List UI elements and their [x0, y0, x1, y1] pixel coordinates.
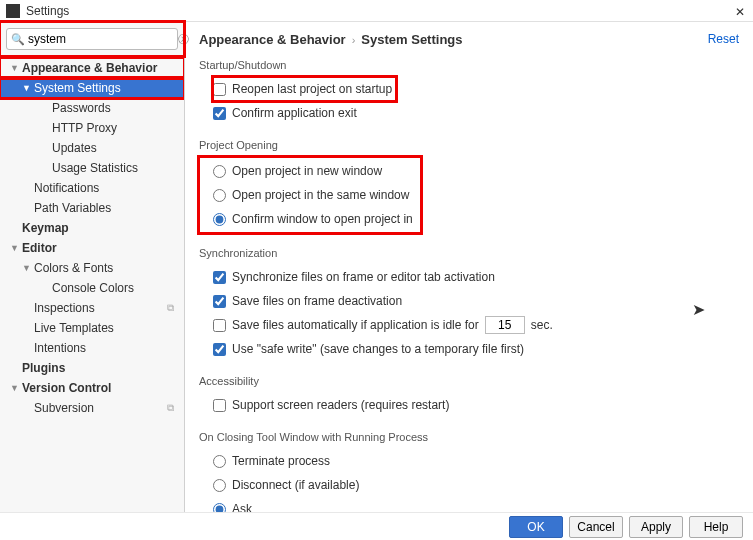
- terminate-process-label: Terminate process: [232, 454, 330, 468]
- ask-radio[interactable]: [213, 503, 226, 513]
- window-title: Settings: [26, 4, 735, 18]
- safe-write-label: Use "safe write" (save changes to a temp…: [232, 342, 524, 356]
- close-icon[interactable]: ✕: [735, 5, 747, 17]
- tree-appearance-behavior[interactable]: ▼ Appearance & Behavior: [0, 58, 184, 78]
- screen-readers-label: Support screen readers (requires restart…: [232, 398, 449, 412]
- open-new-window-radio[interactable]: [213, 165, 226, 178]
- reopen-last-project-label: Reopen last project on startup: [232, 82, 392, 96]
- app-icon: [6, 4, 20, 18]
- breadcrumb-current: System Settings: [361, 32, 462, 47]
- autosave-idle-seconds-input[interactable]: [485, 316, 525, 334]
- tree-passwords[interactable]: Passwords: [0, 98, 184, 118]
- section-closing-title: On Closing Tool Window with Running Proc…: [199, 431, 739, 443]
- open-same-window-radio[interactable]: [213, 189, 226, 202]
- section-opening-title: Project Opening: [199, 139, 739, 151]
- section-sync-title: Synchronization: [199, 247, 739, 259]
- tree-http-proxy[interactable]: HTTP Proxy: [0, 118, 184, 138]
- tree-colors-fonts[interactable]: ▼Colors & Fonts: [0, 258, 184, 278]
- confirm-exit-checkbox[interactable]: [213, 107, 226, 120]
- reset-link[interactable]: Reset: [708, 32, 739, 46]
- disconnect-label: Disconnect (if available): [232, 478, 359, 492]
- tree-inspections[interactable]: Inspections⧉: [0, 298, 184, 318]
- ok-button[interactable]: OK: [509, 516, 563, 538]
- breadcrumb-parent: Appearance & Behavior: [199, 32, 346, 47]
- confirm-window-radio[interactable]: [213, 213, 226, 226]
- tree-live-templates[interactable]: Live Templates: [0, 318, 184, 338]
- scope-icon: ⧉: [167, 302, 174, 314]
- apply-button[interactable]: Apply: [629, 516, 683, 538]
- confirm-exit-label: Confirm application exit: [232, 106, 357, 120]
- chevron-down-icon: ▼: [10, 383, 20, 393]
- scope-icon: ⧉: [167, 402, 174, 414]
- safe-write-checkbox[interactable]: [213, 343, 226, 356]
- tree-editor[interactable]: ▼Editor: [0, 238, 184, 258]
- reopen-last-project-checkbox[interactable]: [213, 83, 226, 96]
- screen-readers-checkbox[interactable]: [213, 399, 226, 412]
- search-input[interactable]: [28, 32, 178, 46]
- save-deactivation-label: Save files on frame deactivation: [232, 294, 402, 308]
- autosave-idle-checkbox[interactable]: [213, 319, 226, 332]
- settings-tree: ▼ Appearance & Behavior ▼ System Setting…: [0, 56, 184, 512]
- terminate-process-radio[interactable]: [213, 455, 226, 468]
- tree-notifications[interactable]: Notifications: [0, 178, 184, 198]
- chevron-down-icon: ▼: [10, 243, 20, 253]
- open-new-window-label: Open project in new window: [232, 164, 382, 178]
- breadcrumb: Appearance & Behavior › System Settings: [199, 32, 739, 47]
- tree-keymap[interactable]: Keymap: [0, 218, 184, 238]
- section-accessibility-title: Accessibility: [199, 375, 739, 387]
- chevron-down-icon: ▼: [10, 63, 20, 73]
- open-same-window-label: Open project in the same window: [232, 188, 409, 202]
- ask-label: Ask: [232, 502, 252, 512]
- tree-version-control[interactable]: ▼Version Control: [0, 378, 184, 398]
- tree-usage-statistics[interactable]: Usage Statistics: [0, 158, 184, 178]
- help-button[interactable]: Help: [689, 516, 743, 538]
- section-startup-title: Startup/Shutdown: [199, 59, 739, 71]
- sync-frame-label: Synchronize files on frame or editor tab…: [232, 270, 495, 284]
- sync-frame-checkbox[interactable]: [213, 271, 226, 284]
- tree-path-variables[interactable]: Path Variables: [0, 198, 184, 218]
- save-deactivation-checkbox[interactable]: [213, 295, 226, 308]
- chevron-right-icon: ›: [352, 34, 356, 46]
- tree-updates[interactable]: Updates: [0, 138, 184, 158]
- search-icon: 🔍: [11, 33, 25, 46]
- chevron-down-icon: ▼: [22, 83, 32, 93]
- chevron-down-icon: ▼: [22, 263, 32, 273]
- tree-console-colors[interactable]: Console Colors: [0, 278, 184, 298]
- search-input-wrap[interactable]: 🔍 ⓧ: [6, 28, 178, 50]
- tree-plugins[interactable]: Plugins: [0, 358, 184, 378]
- tree-system-settings[interactable]: ▼ System Settings: [0, 78, 184, 98]
- tree-intentions[interactable]: Intentions: [0, 338, 184, 358]
- disconnect-radio[interactable]: [213, 479, 226, 492]
- confirm-window-label: Confirm window to open project in: [232, 212, 413, 226]
- autosave-idle-label: Save files automatically if application …: [232, 318, 479, 332]
- cancel-button[interactable]: Cancel: [569, 516, 623, 538]
- autosave-idle-unit: sec.: [531, 318, 553, 332]
- tree-subversion[interactable]: Subversion⧉: [0, 398, 184, 418]
